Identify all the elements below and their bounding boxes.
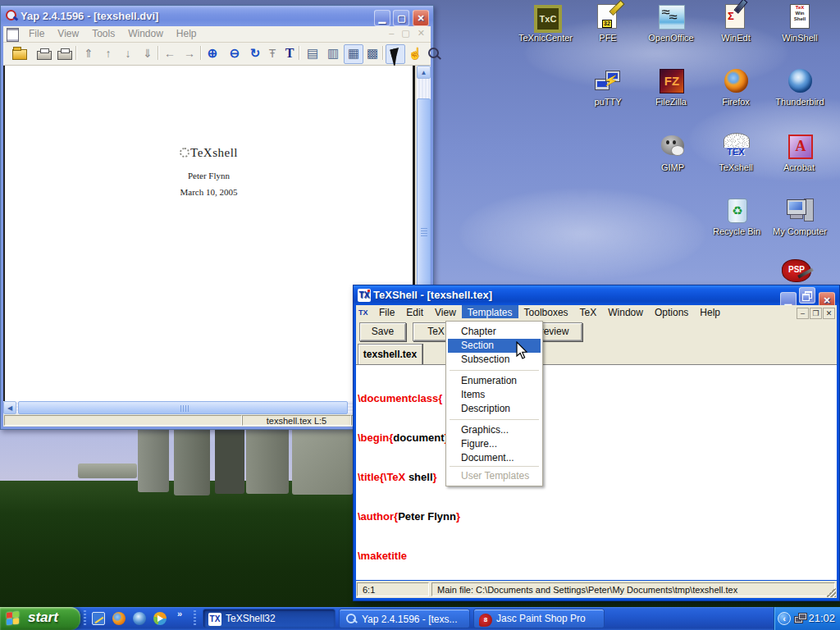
previous-page-icon[interactable]: ↑ xyxy=(99,44,117,62)
resize-grip[interactable] xyxy=(826,587,836,597)
cursor-position-status: 6:1 xyxy=(357,582,429,596)
menu-view[interactable]: View xyxy=(51,26,85,39)
close-button[interactable]: ✕ xyxy=(413,10,429,26)
desktop-icon-texniccenter[interactable]: TxC TeXnicCenter xyxy=(514,3,578,43)
desktop-icon-winshell[interactable]: TeXWinShell WinShell xyxy=(768,3,832,43)
desktop-icon-filezilla[interactable]: FZ FileZilla xyxy=(639,67,703,107)
forward-icon[interactable]: → xyxy=(180,44,199,62)
desktop-icon-firefox[interactable]: Firefox xyxy=(704,67,768,107)
redraw-icon[interactable]: ↻ xyxy=(246,44,264,62)
horizontal-scroll-thumb[interactable] xyxy=(18,401,348,414)
menu-view[interactable]: View xyxy=(429,305,462,318)
yap-status-source: texshell.tex L:5 xyxy=(242,415,351,426)
restore-button[interactable] xyxy=(799,287,815,304)
icon-label: Recycle Bin xyxy=(705,226,769,236)
text-tool-icon[interactable]: T xyxy=(281,44,299,62)
desktop-icon-texshell[interactable]: TEX TeXshell xyxy=(704,133,768,172)
yap-task-icon xyxy=(345,612,358,625)
menu-help[interactable]: Help xyxy=(694,305,726,318)
taskbar-clock[interactable]: 21:02 xyxy=(808,607,835,630)
next-page-icon[interactable]: ↓ xyxy=(119,44,137,62)
desktop-icon-pfe[interactable]: 32 PFE xyxy=(576,3,640,43)
desktop-icon-acrobat[interactable]: A Acrobat xyxy=(767,133,831,172)
menu-item-figure[interactable]: Figure... xyxy=(448,437,541,451)
quick-launch-overflow-chevron[interactable]: » xyxy=(177,609,182,619)
back-icon[interactable]: ← xyxy=(161,44,179,62)
taskbar-button-texshell32[interactable]: TXTeXShell32 xyxy=(203,609,336,628)
magnifying-glass-tool-icon[interactable] xyxy=(424,44,442,62)
texshell-menu-bar: –❐✕ TXFileEditViewTemplatesToolboxesTeXW… xyxy=(356,305,837,321)
putty-icon: ⚡ xyxy=(594,67,622,95)
zoom-out-icon[interactable]: ⊖ xyxy=(226,44,244,62)
texshell-title-bar[interactable]: TX TeXShell - [texshell.tex] ▁ ✕ xyxy=(354,285,839,305)
print-icon[interactable] xyxy=(34,44,52,62)
firefox-quicklaunch-icon[interactable] xyxy=(112,612,126,625)
desktop-icon-my-computer[interactable]: My Computer xyxy=(768,197,832,236)
show-desktop-icon[interactable] xyxy=(92,612,105,625)
maximize-button[interactable]: ▢ xyxy=(393,10,409,26)
save-button[interactable]: Save xyxy=(359,322,406,341)
menu-toolboxes[interactable]: Toolboxes xyxy=(518,305,574,318)
continuous-view-icon[interactable]: ▦ xyxy=(344,44,363,64)
menu-file[interactable]: File xyxy=(22,26,51,39)
openoffice-icon: ≈≈ xyxy=(657,3,685,31)
menu-tools[interactable]: Tools xyxy=(85,26,121,39)
ruler-tool-icon[interactable]: Ŧ xyxy=(263,44,281,62)
texshell-status-bar: 6:1 Main file: C:\Documents and Settings… xyxy=(356,581,837,598)
menu-window[interactable]: Window xyxy=(602,305,649,318)
menu-tex[interactable]: TeX xyxy=(574,305,603,318)
first-page-icon[interactable]: ⇑ xyxy=(80,44,98,62)
desktop-icon-thunderbird[interactable]: Thunderbird xyxy=(768,67,832,107)
yap-title-bar[interactable]: Yap 2.4.1596 - [texshell.dvi] ▁ ▢ ✕ xyxy=(1,6,433,26)
last-page-icon[interactable]: ⇓ xyxy=(139,44,157,62)
texshell-app-icon: TX xyxy=(358,289,371,302)
yap-toolbar: ⇑ ↑ ↓ ⇓ ← → ⊕ ⊖ ↻ Ŧ T ▤ ▥ ▦ ▩ ☝ xyxy=(3,43,431,66)
desktop-icon-winedt[interactable]: Σ WinEdt xyxy=(704,3,768,43)
desktop-icon-recycle-bin[interactable]: ♻ Recycle Bin xyxy=(705,197,769,236)
desktop-icon-paint-shop-pro[interactable]: PSP xyxy=(778,259,814,284)
desktop-icon-putty[interactable]: ⚡ puTTY xyxy=(576,67,640,107)
menu-window[interactable]: Window xyxy=(121,26,170,39)
hide-icons-chevron-icon[interactable]: ‹ xyxy=(778,612,791,625)
single-page-view-icon[interactable]: ▤ xyxy=(304,44,322,62)
print-page-icon[interactable] xyxy=(55,44,73,62)
scroll-up-button[interactable]: ▲ xyxy=(417,66,431,79)
start-button[interactable]: start xyxy=(0,607,80,630)
continuous-two-page-view-icon[interactable]: ▩ xyxy=(363,44,381,62)
taskbar-button-yap[interactable]: Yap 2.4.1596 - [texs... xyxy=(339,609,470,628)
thunderbird-quicklaunch-icon[interactable] xyxy=(133,612,146,625)
scroll-left-button[interactable]: ◀ xyxy=(3,401,16,414)
tab-texshell-tex[interactable]: texshell.tex xyxy=(358,344,422,365)
dvi-author-line: Peter Flynn xyxy=(5,171,413,180)
menu-item-chapter[interactable]: Chapter xyxy=(448,325,541,339)
menu-item-graphics[interactable]: Graphics... xyxy=(448,423,541,437)
menu-edit[interactable]: Edit xyxy=(400,305,429,318)
dvi-document-icon[interactable] xyxy=(7,28,19,42)
select-tool-icon[interactable] xyxy=(386,44,405,64)
menu-templates[interactable]: Templates xyxy=(462,305,518,318)
editor-line: \begin{document} xyxy=(358,431,837,445)
two-page-view-icon[interactable]: ▥ xyxy=(324,44,342,62)
icon-label: Firefox xyxy=(704,97,768,107)
desktop-icon-openoffice[interactable]: ≈≈ OpenOffice xyxy=(639,3,703,43)
taskbar-button-paint-shop-pro[interactable]: 8Jasc Paint Shop Pro xyxy=(473,609,605,628)
network-tray-icon[interactable] xyxy=(794,613,807,624)
media-player-quicklaunch-icon[interactable] xyxy=(153,612,167,625)
zoom-in-icon[interactable]: ⊕ xyxy=(203,44,221,62)
open-file-icon[interactable] xyxy=(10,44,28,62)
minimize-button[interactable]: ▁ xyxy=(374,10,390,26)
desktop-icon-gimp[interactable]: GIMP xyxy=(641,133,705,172)
editor-text-area[interactable]: \documentclass{ \begin{document} \title{… xyxy=(356,364,837,580)
taskbar: start » TXTeXShell32 Yap 2.4.1596 - [tex… xyxy=(0,607,840,630)
menu-item-document[interactable]: Document... xyxy=(448,451,541,465)
menu-options[interactable]: Options xyxy=(649,305,694,318)
pfe-icon: 32 xyxy=(594,3,622,31)
menu-file[interactable]: File xyxy=(373,305,400,318)
menu-item-items[interactable]: Items xyxy=(448,388,541,402)
menu-help[interactable]: Help xyxy=(170,26,203,39)
icon-label: puTTY xyxy=(576,97,640,107)
menu-item-description[interactable]: Description xyxy=(448,402,541,416)
mdi-window-controls[interactable]: –❐✕ xyxy=(796,307,835,319)
hand-tool-icon[interactable]: ☝ xyxy=(406,44,424,62)
menu-item-enumeration[interactable]: Enumeration xyxy=(448,374,541,388)
